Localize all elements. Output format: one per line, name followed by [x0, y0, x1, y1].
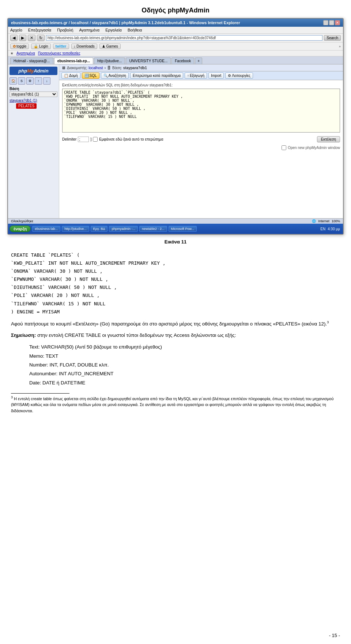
data-type-autonumber: Autonumber: INT AUTO_INCREMENT [29, 369, 340, 378]
pma-home-icon[interactable]: 🏠 [10, 77, 17, 85]
menu-tools[interactable]: Εργαλεία [105, 27, 122, 33]
server-icon: 🖥 [61, 66, 65, 70]
zone-icon: 🌐 [312, 219, 316, 223]
pma-sql-title: Εκτέλεση εντολής/εντολών SQL στη βάση δε… [62, 83, 340, 87]
status-text: Ολοκληρώθηκε [11, 219, 33, 223]
taskbar-time: 4:30 μμ [328, 227, 340, 231]
open-new-window-checkbox[interactable] [282, 145, 286, 150]
menu-view[interactable]: Προβολή [56, 27, 74, 33]
open-new-window-label: Open new phpMyAdmin window [288, 146, 340, 150]
show-query-text: Εμφάνισε εδώ ξανά αυτό το επερώτημα [99, 137, 163, 141]
pma-top-nav: 🖥 Διακομιστής: localhost › 🗄 Βάση: stayp… [59, 64, 343, 71]
sql-line-4: `EPWNUMO` VARCHAR( 30 ) NOT NULL , [11, 275, 340, 283]
pma-sql-icon[interactable]: S [18, 77, 25, 85]
taskbar-item-5[interactable]: newtable2 - 2... [139, 226, 167, 232]
after-execute-text: Αφού πατήσουμε το κουμπί «Εκτέλεση» (Go)… [11, 321, 327, 326]
menu-help[interactable]: Βοήθεια [127, 27, 143, 33]
browser-title: ebusiness-lab.epdo.teimes.gr / localhost… [11, 21, 240, 25]
pma-btn-export[interactable]: ↑ Εξαγωγή [185, 72, 207, 79]
toggle-button[interactable]: ✿ toggle [10, 44, 29, 49]
toolbar-extra: » [339, 45, 341, 48]
structure-icon: 📋 [64, 74, 68, 78]
status-left: Ολοκληρώθηκε [11, 219, 33, 223]
doc-content: CREATE TABLE `PELATES` ( `KWD_PELATI` IN… [0, 245, 351, 425]
pma-btn-import[interactable]: Import [208, 72, 224, 79]
tab-new[interactable]: + [195, 57, 202, 64]
pma-logo: phpMyAdmin [10, 67, 57, 75]
note-title: Σημείωση: [11, 332, 36, 338]
open-new-window-row: Open new phpMyAdmin window [62, 145, 340, 150]
maximize-button[interactable]: □ [329, 20, 334, 25]
db-icon: 🗄 [107, 66, 111, 70]
browser-window: ebusiness-lab.epdo.teimes.gr / localhost… [7, 18, 344, 235]
bookmark-suggested[interactable]: Προτεινόμενες τοποθεσίες [38, 51, 80, 55]
pma-export-icon[interactable]: ↑ [35, 77, 42, 85]
pma-sql-textarea[interactable]: CREATE TABLE `staypara?db1`.`PELATES` ( … [62, 89, 340, 133]
taskbar-item-1[interactable]: ebusiness-lab... [32, 226, 60, 232]
tab-hotmail[interactable]: Hotmail - staypara@... [10, 57, 53, 64]
window-controls: _ □ ✕ [323, 20, 340, 25]
menu-bar: Αρχείο Επεξεργασία Προβολή Αγαπημένα Εργ… [8, 27, 343, 34]
taskbar-item-3[interactable]: Εργ. ΒΔ [91, 226, 108, 232]
delimiter-input[interactable] [78, 137, 89, 142]
pma-btn-operations[interactable]: ⚙ Λειτουργίες [225, 72, 253, 79]
pma-btn-sql[interactable]: 🔣 SQL [82, 72, 99, 79]
show-query-checkbox[interactable] [93, 137, 98, 142]
pma-delimiter-row: Delimiter ] Εμφάνισε εδώ ξανά αυτό το επ… [62, 136, 340, 142]
taskbar-item-4[interactable]: phpmyadmin -... [109, 226, 138, 232]
pma-btn-structure[interactable]: 📋 Δομή [61, 72, 80, 79]
search-icon: 🔍 [103, 74, 108, 78]
pma-import-icon[interactable]: ↓ [43, 77, 50, 85]
address-input[interactable] [46, 35, 322, 41]
bookmark-favorites[interactable]: Αγαπημένα [16, 51, 35, 55]
pma-btn-query[interactable]: Επερώτημα κατά παράδειγμα [130, 72, 183, 79]
export-icon: ↑ [187, 74, 189, 78]
taskbar-item-6[interactable]: Microsoft Pow... [169, 226, 197, 232]
downloads-button[interactable]: ↓ Downloads [71, 44, 97, 49]
games-button[interactable]: ♟ Games [99, 44, 121, 49]
page-number: - 15 - [329, 633, 340, 638]
back-button[interactable]: ◀ [10, 35, 18, 41]
pma-settings-icon[interactable]: ⚙ [26, 77, 34, 85]
login-button[interactable]: 🔒 Login [31, 44, 50, 49]
pma-db-select[interactable]: staypara?db1 (1) [10, 92, 57, 97]
refresh-button[interactable]: ↻ [37, 35, 45, 41]
address-bar: ◀ ▶ ✕ ↻ Search [8, 34, 343, 42]
bookmarks-label: ★ [10, 51, 14, 55]
pma-db-section-title: Βάση [10, 87, 57, 91]
minimize-button[interactable]: _ [323, 20, 328, 25]
forward-button[interactable]: ▶ [19, 35, 26, 41]
tab-university[interactable]: UNIVERSITY STUDE... [126, 57, 171, 64]
search-button[interactable]: Search [324, 35, 341, 41]
taskbar-lang: EN [320, 227, 325, 231]
figure-caption: Εικόνα 11 [0, 235, 351, 245]
status-bar: Ολοκληρώθηκε 🌐 Internet 100% [8, 218, 343, 224]
tab-facebook[interactable]: Facebook [171, 57, 194, 64]
sql-line-1: CREATE TABLE `PELATES` ( [11, 251, 340, 259]
data-type-memo: Memo: TEXT [29, 352, 340, 361]
taskbar-item-2[interactable]: http://jstudive... [62, 226, 89, 232]
pma-sql-area: Εκτέλεση εντολής/εντολών SQL στη βάση δε… [59, 80, 343, 153]
stop-button[interactable]: ✕ [28, 35, 35, 41]
tab-jstudive[interactable]: http://jstudive... [94, 57, 125, 64]
pma-nav-icons: 🏠 S ⚙ ↑ ↓ [10, 77, 57, 85]
start-button[interactable]: έναρξη [10, 226, 31, 232]
delimiter-label: Delimiter [62, 137, 76, 141]
sql-icon: 🔣 [84, 74, 89, 78]
close-button[interactable]: ✕ [335, 20, 340, 25]
menu-edit[interactable]: Επεξεργασία [27, 27, 52, 33]
twitter-button[interactable]: twitter [53, 44, 69, 49]
pma-db-link[interactable]: staypara?db1 (1) [10, 98, 57, 103]
tab-ebusiness[interactable]: ebusiness-lab.ep... [54, 57, 93, 64]
execute-button[interactable]: Εκτέλεση [317, 136, 340, 142]
pma-btn-search[interactable]: 🔍 Αναζήτηση [101, 72, 129, 79]
pma-actions: 📋 Δομή 🔣 SQL 🔍 Αναζήτηση Επερώτημα κατά … [59, 71, 343, 80]
menu-favorites[interactable]: Αγαπημένα [78, 27, 100, 33]
pma-table-pelates[interactable]: PELATES [16, 103, 37, 109]
menu-file[interactable]: Αρχείο [10, 27, 23, 33]
show-query-label: ] [90, 137, 91, 141]
sql-line-6: `POLI` VARCHAR( 20 ) NOT NULL , [11, 291, 340, 299]
pma-breadcrumb-server: Διακομιστής: localhost [67, 66, 103, 70]
zone-text: Internet [318, 219, 329, 223]
zoom-text: 100% [332, 219, 340, 223]
